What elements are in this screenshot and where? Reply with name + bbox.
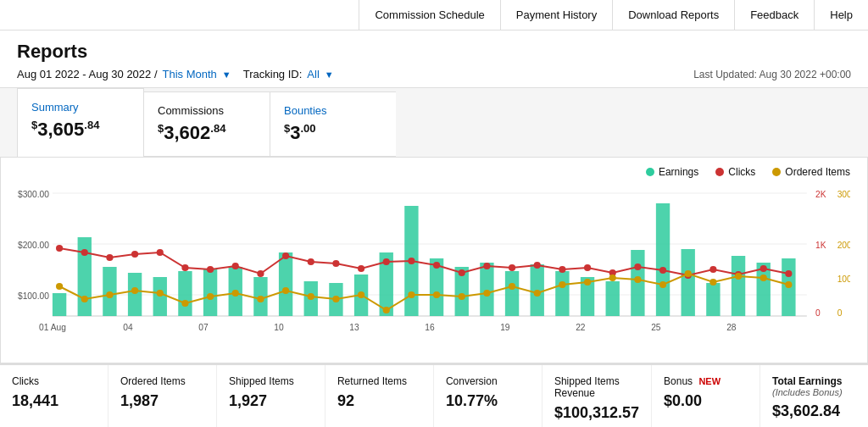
svg-point-86 [358, 291, 364, 298]
svg-point-72 [760, 265, 767, 272]
tracking-id-value[interactable]: All [307, 68, 319, 80]
stats-cell-bonus: Bonus NEW $0.00 [652, 365, 760, 427]
conversion-stat-value: 10.77% [446, 392, 530, 410]
svg-text:13: 13 [349, 323, 359, 332]
svg-point-58 [408, 258, 415, 264]
page-header: Reports Aug 01 2022 - Aug 30 2022 / This… [0, 30, 868, 88]
date-row: Aug 01 2022 - Aug 30 2022 / This Month ▼… [17, 68, 851, 87]
svg-point-70 [709, 266, 716, 273]
svg-rect-19 [178, 271, 192, 316]
clicks-stat-value: 18,441 [12, 392, 96, 410]
svg-point-63 [534, 262, 541, 269]
svg-rect-14 [53, 293, 66, 316]
clicks-label: Clicks [728, 166, 755, 178]
svg-text:$300.00: $300.00 [18, 190, 49, 199]
svg-point-67 [634, 263, 641, 270]
svg-point-48 [157, 249, 164, 256]
clicks-stat-label: Clicks [12, 375, 96, 387]
stats-cell-total-earnings: Total Earnings (Includes Bonus) $3,602.8… [760, 365, 868, 427]
commissions-label: Commissions [158, 104, 244, 117]
svg-point-89 [433, 291, 440, 298]
svg-rect-34 [555, 271, 569, 316]
chart-section: Earnings Clicks Ordered Items $300.00 $2… [0, 157, 868, 363]
svg-point-47 [131, 251, 138, 258]
svg-point-62 [509, 264, 515, 271]
summary-card-summary[interactable]: Summary $3,605.84 [17, 88, 144, 157]
svg-point-101 [735, 273, 742, 280]
svg-text:2K: 2K [815, 190, 826, 199]
dropdown-icon[interactable]: ▼ [222, 69, 231, 80]
svg-point-94 [559, 281, 565, 288]
svg-point-56 [358, 265, 364, 272]
svg-point-92 [509, 283, 515, 290]
svg-text:200: 200 [837, 241, 850, 250]
svg-point-68 [659, 267, 666, 274]
feedback-button[interactable]: Feedback [734, 0, 814, 30]
svg-point-81 [232, 290, 239, 297]
tracking-dropdown-icon[interactable]: ▼ [325, 69, 334, 80]
svg-point-57 [383, 258, 390, 265]
svg-point-80 [207, 293, 214, 300]
this-month-link[interactable]: This Month [163, 68, 217, 80]
svg-point-60 [459, 269, 465, 276]
total-earnings-stat-value: $3,602.84 [772, 402, 856, 420]
returned-items-stat-value: 92 [337, 392, 421, 410]
svg-text:19: 19 [500, 323, 510, 332]
bonus-stat-label: Bonus NEW [664, 375, 748, 387]
svg-point-55 [332, 260, 339, 267]
svg-point-85 [332, 296, 339, 302]
svg-rect-23 [279, 252, 292, 316]
summary-card-commissions[interactable]: Commissions $3,602.84 [143, 92, 270, 157]
date-range-text: Aug 01 2022 - Aug 30 2022 / [17, 68, 158, 80]
svg-point-65 [584, 264, 591, 271]
earnings-bars [53, 203, 796, 316]
summary-value: $3,605.84 [31, 119, 118, 141]
summary-card-bounties[interactable]: Bounties $3.00 [270, 92, 397, 157]
svg-rect-41 [732, 256, 745, 316]
svg-point-76 [106, 291, 113, 298]
svg-point-52 [257, 270, 264, 277]
svg-point-84 [308, 293, 314, 300]
svg-point-98 [659, 281, 666, 288]
earnings-dot [646, 168, 654, 176]
svg-point-90 [459, 293, 465, 300]
bounties-value: $3.00 [284, 122, 370, 144]
chart-container: $300.00 $200.00 $100.00 2K 1K 0 300 200 … [18, 185, 850, 354]
svg-rect-20 [203, 269, 217, 316]
conversion-stat-label: Conversion [446, 375, 530, 387]
ordered-items-stat-value: 1,987 [120, 392, 204, 410]
download-reports-button[interactable]: Download Reports [612, 0, 734, 30]
svg-text:25: 25 [651, 323, 661, 332]
date-filter: Aug 01 2022 - Aug 30 2022 / This Month ▼… [17, 68, 334, 80]
shipped-revenue-stat-label: Shipped Items Revenue [554, 375, 639, 399]
svg-text:$100.00: $100.00 [18, 291, 49, 301]
svg-point-49 [181, 264, 188, 271]
total-earnings-stat-label: Total Earnings (Includes Bonus) [772, 375, 856, 397]
commissions-value: $3,602.84 [158, 122, 244, 144]
svg-text:10: 10 [274, 323, 284, 332]
svg-point-54 [308, 258, 314, 265]
summary-label: Summary [31, 101, 118, 114]
svg-point-53 [282, 252, 289, 259]
svg-point-73 [785, 270, 792, 277]
earnings-label: Earnings [659, 166, 698, 178]
svg-text:04: 04 [123, 323, 133, 332]
stats-cell-returned-items: Returned Items 92 [326, 365, 434, 427]
svg-text:01 Aug: 01 Aug [39, 323, 66, 332]
commission-schedule-button[interactable]: Commission Schedule [359, 0, 499, 30]
help-button[interactable]: Help [814, 0, 868, 30]
svg-point-51 [232, 263, 239, 269]
legend-ordered-items: Ordered Items [772, 166, 850, 178]
payment-history-button[interactable]: Payment History [500, 0, 612, 30]
legend-earnings: Earnings [646, 166, 698, 178]
svg-point-82 [257, 296, 264, 302]
svg-point-83 [282, 287, 289, 294]
chart-svg: $300.00 $200.00 $100.00 2K 1K 0 300 200 … [18, 185, 850, 354]
shipped-items-stat-value: 1,927 [229, 392, 313, 410]
svg-point-59 [433, 262, 440, 269]
new-badge: NEW [698, 376, 721, 386]
svg-point-64 [559, 266, 565, 273]
svg-rect-17 [128, 273, 142, 316]
svg-text:16: 16 [425, 323, 435, 332]
svg-point-79 [181, 300, 188, 307]
